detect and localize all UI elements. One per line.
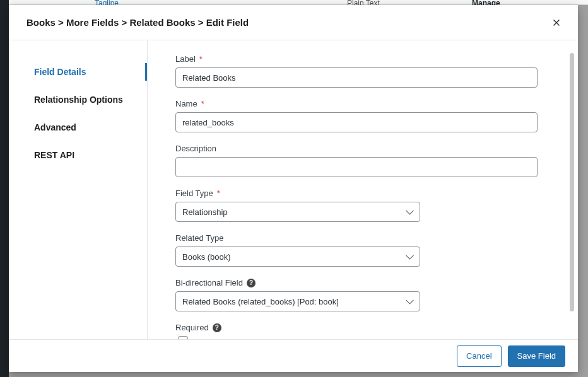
tab-rest-api[interactable]: REST API [9, 141, 147, 169]
label-text: Required [175, 323, 209, 332]
tab-label: Advanced [34, 122, 76, 132]
required-star: * [201, 99, 204, 108]
close-button[interactable] [549, 15, 564, 30]
label-text: Bi-directional Field [175, 278, 243, 287]
field-row-bidirectional: Bi-directional Field ? [175, 278, 555, 311]
tab-label: Relationship Options [34, 95, 123, 105]
field-label: Bi-directional Field ? [175, 278, 555, 287]
label-text: Description [175, 144, 216, 153]
field-row-label: Label * [175, 54, 555, 88]
required-star: * [217, 188, 220, 198]
background-admin-sidebar [0, 0, 9, 377]
tab-field-details[interactable]: Field Details [9, 58, 147, 86]
tab-advanced[interactable]: Advanced [9, 113, 147, 141]
modal-body: Field Details Relationship Options Advan… [9, 40, 578, 339]
help-icon[interactable]: ? [247, 279, 256, 287]
field-row-field-type: Field Type * [175, 188, 555, 222]
description-input[interactable] [175, 157, 538, 177]
label-text: Label [175, 54, 196, 64]
form-panel: Label * Name * Description [148, 40, 578, 339]
required-checkbox[interactable] [178, 336, 188, 339]
field-label: Field Type * [175, 188, 555, 198]
bidirectional-select-wrap [175, 291, 420, 311]
related-type-select-wrap [175, 246, 420, 267]
save-field-button[interactable]: Save Field [508, 345, 565, 367]
field-label: Description [175, 144, 555, 153]
modal-header: Books > More Fields > Related Books > Ed… [9, 5, 578, 40]
field-type-select-wrap [175, 202, 420, 222]
sidebar-tabs: Field Details Relationship Options Advan… [9, 40, 148, 339]
label-text: Field Type [175, 188, 213, 198]
button-label: Save Field [517, 351, 556, 361]
related-type-select[interactable] [175, 246, 420, 267]
help-icon[interactable]: ? [213, 323, 221, 332]
breadcrumb: Books > More Fields > Related Books > Ed… [26, 17, 249, 28]
field-label: Related Type [175, 233, 555, 243]
field-row-name: Name * [175, 99, 555, 132]
tab-label: Field Details [34, 67, 86, 77]
tab-label: REST API [34, 150, 74, 160]
tab-relationship-options[interactable]: Relationship Options [9, 86, 147, 113]
close-icon [551, 18, 562, 28]
modal-footer: Cancel Save Field [9, 339, 578, 372]
label-text: Name [175, 99, 197, 108]
label-input[interactable] [175, 67, 538, 88]
required-star: * [199, 54, 203, 64]
field-row-description: Description [175, 144, 555, 177]
scrollbar[interactable] [570, 53, 574, 311]
label-text: Related Type [175, 233, 223, 243]
field-label: Label * [175, 54, 555, 64]
field-type-select[interactable] [175, 202, 420, 222]
field-row-required: Required ? [175, 323, 555, 339]
field-label: Required ? [175, 323, 555, 332]
button-label: Cancel [466, 351, 491, 361]
name-input[interactable] [175, 112, 538, 132]
cancel-button[interactable]: Cancel [457, 345, 501, 367]
field-row-related-type: Related Type [175, 233, 555, 267]
field-label: Name * [175, 99, 555, 108]
edit-field-modal: Books > More Fields > Related Books > Ed… [9, 5, 578, 372]
bidirectional-select[interactable] [175, 291, 420, 311]
